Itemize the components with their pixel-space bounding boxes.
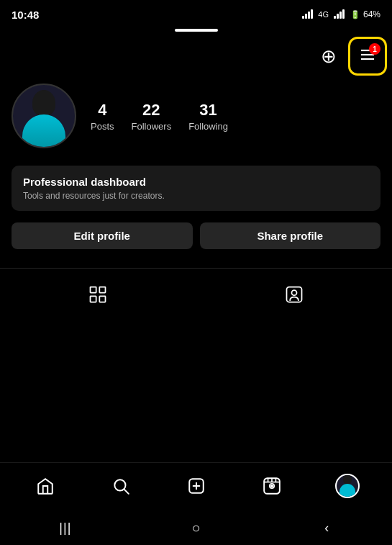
svg-point-16	[270, 485, 272, 487]
add-nav-item[interactable]	[178, 470, 214, 502]
stats-container: 4 Posts 22 Followers 31 Following	[91, 101, 380, 132]
followers-count: 22	[142, 101, 160, 120]
android-home-button[interactable]: ○	[174, 513, 217, 542]
svg-point-8	[291, 290, 296, 295]
back-icon: ‹	[324, 521, 329, 536]
recents-icon: |||	[59, 521, 71, 536]
following-label: Following	[188, 121, 228, 132]
pro-dashboard-subtitle: Tools and resources just for creators.	[23, 191, 369, 201]
grid-tab[interactable]	[82, 279, 114, 310]
profile-section: 4 Posts 22 Followers 31 Following	[0, 76, 392, 160]
reels-nav-item[interactable]	[254, 470, 290, 502]
android-navigation: ||| ○ ‹	[0, 510, 392, 545]
add-post-button[interactable]: ⊕	[313, 40, 345, 72]
signal-icon	[302, 10, 313, 19]
android-recents-button[interactable]: |||	[44, 513, 87, 542]
svg-rect-6	[100, 296, 106, 302]
avatar-body	[22, 114, 65, 147]
home-icon	[36, 477, 55, 495]
content-tabs	[0, 268, 392, 320]
add-icon: ⊕	[321, 45, 337, 68]
nav-avatar-body	[339, 484, 355, 497]
profile-avatar-nav	[335, 474, 360, 498]
add-square-icon	[187, 477, 206, 495]
top-pill	[0, 26, 392, 36]
svg-rect-7	[286, 287, 301, 302]
professional-dashboard[interactable]: Professional dashboard Tools and resourc…	[12, 166, 380, 211]
home-nav-item[interactable]	[27, 470, 63, 502]
stat-followers[interactable]: 22 Followers	[132, 101, 172, 132]
home-circle-icon: ○	[191, 520, 200, 536]
grid-icon	[88, 284, 108, 305]
avatar[interactable]	[12, 84, 76, 148]
svg-rect-4	[100, 287, 106, 293]
posts-label: Posts	[91, 121, 114, 132]
search-nav-item[interactable]	[103, 470, 139, 502]
edit-profile-button[interactable]: Edit profile	[12, 222, 193, 249]
status-bar: 10:48 4G 🔋 64%	[0, 0, 392, 26]
profile-nav-item[interactable]	[329, 470, 365, 502]
reels-icon	[263, 477, 281, 495]
drag-pill	[175, 29, 218, 32]
svg-rect-3	[91, 287, 96, 293]
avatar-head	[32, 90, 55, 116]
pro-dashboard-title: Professional dashboard	[23, 176, 369, 188]
profile-buttons: Edit profile Share profile	[0, 220, 392, 261]
stat-posts[interactable]: 4 Posts	[91, 101, 114, 132]
status-time: 10:48	[12, 9, 39, 21]
bottom-navigation	[0, 462, 392, 509]
notification-badge: 1	[369, 43, 380, 55]
menu-button[interactable]: 1	[352, 40, 383, 72]
svg-line-10	[124, 490, 128, 494]
following-count: 31	[199, 101, 216, 120]
share-profile-button[interactable]: Share profile	[200, 222, 381, 249]
search-icon	[111, 477, 130, 495]
tagged-tab[interactable]	[278, 279, 310, 310]
avatar-figure	[19, 86, 69, 147]
followers-label: Followers	[132, 121, 172, 132]
top-navigation: ⊕ 1	[0, 36, 392, 76]
posts-count: 4	[98, 101, 106, 120]
battery-icon: 🔋	[350, 10, 360, 19]
svg-rect-5	[91, 296, 96, 302]
android-back-button[interactable]: ‹	[305, 513, 348, 542]
status-icons: 4G 🔋 64%	[302, 9, 380, 19]
signal-icon-2	[334, 10, 345, 19]
stat-following[interactable]: 31 Following	[188, 101, 228, 132]
network-type: 4G	[318, 10, 329, 19]
avatar-nav-inner	[337, 474, 357, 497]
nav-avatar-head	[343, 474, 352, 485]
tagged-icon	[284, 284, 304, 305]
battery-level: 64%	[363, 9, 380, 19]
